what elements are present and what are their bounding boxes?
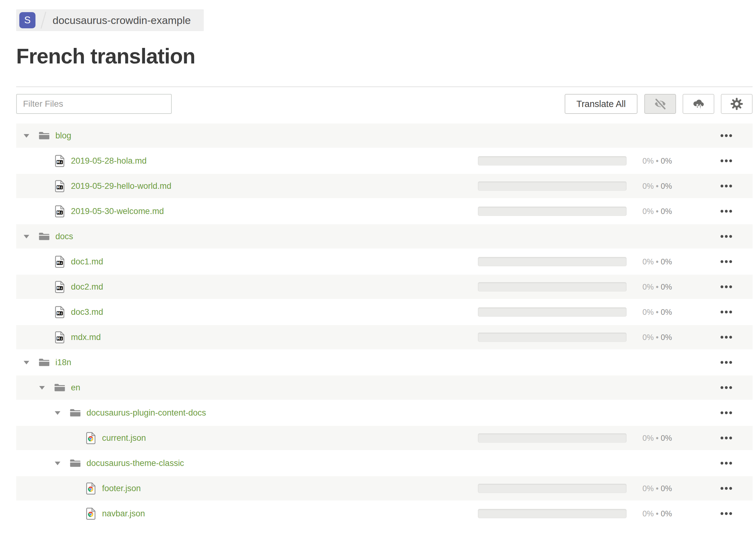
file-name-link[interactable]: 2019-05-29-hello-world.md: [71, 181, 171, 191]
row-menu-button[interactable]: [720, 208, 732, 214]
file-name-link[interactable]: 2019-05-28-hola.md: [71, 156, 147, 166]
folder-name-link[interactable]: docusaurus-theme-classic: [86, 459, 184, 468]
approved-percent: 0%: [661, 434, 672, 443]
file-name-link[interactable]: doc3.md: [71, 307, 103, 317]
file-row[interactable]: M↓ mdx.md 0% • 0%: [16, 325, 753, 349]
folder-icon: [70, 459, 81, 468]
file-row[interactable]: M↓ doc2.md 0% • 0%: [16, 275, 753, 299]
file-row[interactable]: footer.json 0% • 0%: [16, 476, 753, 500]
folder-collapse-toggle[interactable]: [23, 234, 38, 239]
percent-separator: •: [654, 257, 661, 266]
file-name-link[interactable]: doc2.md: [71, 282, 103, 292]
progress-percentages: 0% • 0%: [643, 325, 672, 349]
folder-collapse-toggle[interactable]: [39, 386, 54, 390]
approved-percent: 0%: [661, 257, 672, 266]
breadcrumb-project-name[interactable]: docusaurus-crowdin-example: [53, 14, 191, 27]
file-row[interactable]: navbar.json 0% • 0%: [16, 501, 753, 526]
folder-row[interactable]: en: [16, 375, 753, 400]
file-name-link[interactable]: doc1.md: [71, 257, 103, 267]
folder-name-link[interactable]: en: [71, 383, 80, 393]
file-row[interactable]: M↓ doc1.md 0% • 0%: [16, 249, 753, 274]
progress-percentages: 0% • 0%: [643, 199, 672, 223]
markdown-file-icon: M↓: [55, 331, 65, 343]
ellipsis-dot: [725, 286, 728, 288]
file-row[interactable]: current.json 0% • 0%: [16, 426, 753, 450]
row-menu-button[interactable]: [720, 460, 732, 467]
svg-text:M↓: M↓: [57, 210, 63, 214]
project-badge[interactable]: S: [19, 12, 36, 28]
file-row[interactable]: M↓ 2019-05-28-hola.md 0% • 0%: [16, 149, 753, 173]
settings-button[interactable]: [721, 94, 753, 114]
svg-text:M↓: M↓: [57, 311, 63, 315]
progress-percentages: 0% • 0%: [643, 249, 672, 274]
caret-down-icon: [39, 386, 45, 390]
row-menu-button[interactable]: [720, 284, 732, 290]
folder-collapse-toggle[interactable]: [23, 134, 38, 138]
folder-collapse-toggle[interactable]: [55, 411, 70, 415]
progress-bar: [478, 257, 627, 266]
progress-bar: [478, 206, 627, 216]
folder-collapse-toggle[interactable]: [23, 360, 38, 364]
hide-completed-button[interactable]: [644, 94, 676, 114]
ellipsis-dot: [720, 160, 723, 162]
breadcrumb: S docusaurus-crowdin-example: [16, 9, 204, 31]
filter-files-input[interactable]: [16, 94, 172, 114]
folder-name-link[interactable]: blog: [55, 131, 71, 141]
folder-row[interactable]: blog: [16, 123, 753, 148]
row-menu-button[interactable]: [720, 258, 732, 265]
file-name-link[interactable]: mdx.md: [71, 333, 101, 342]
translated-percent: 0%: [643, 484, 654, 493]
folder-collapse-toggle[interactable]: [55, 461, 70, 465]
row-menu-button[interactable]: [720, 410, 732, 416]
ellipsis-dot: [729, 210, 732, 213]
folder-name-link[interactable]: i18n: [55, 358, 71, 367]
ellipsis-dot: [725, 487, 728, 490]
approved-percent: 0%: [661, 308, 672, 317]
percent-separator: •: [654, 509, 661, 518]
progress-percentages: 0% • 0%: [643, 501, 672, 526]
file-name-link[interactable]: 2019-05-30-welcome.md: [71, 206, 164, 216]
folder-name-link[interactable]: docs: [55, 232, 73, 241]
file-row[interactable]: M↓ 2019-05-29-hello-world.md 0% • 0%: [16, 174, 753, 198]
file-name-link[interactable]: footer.json: [102, 484, 141, 493]
section-divider: [16, 86, 753, 87]
file-name-link[interactable]: current.json: [102, 433, 146, 443]
ellipsis-dot: [729, 361, 732, 364]
row-menu-button[interactable]: [720, 158, 732, 164]
file-name-link[interactable]: navbar.json: [102, 509, 145, 518]
markdown-file-icon: M↓: [55, 205, 65, 217]
folder-name-link[interactable]: docusaurus-plugin-content-docs: [86, 408, 206, 418]
svg-text:M↓: M↓: [57, 160, 63, 164]
folder-row[interactable]: docusaurus-theme-classic: [16, 451, 753, 475]
ellipsis-dot: [720, 235, 723, 238]
file-row[interactable]: M↓ doc3.md 0% • 0%: [16, 300, 753, 324]
breadcrumb-separator: [41, 12, 46, 29]
folder-icon: [54, 383, 66, 392]
row-menu-button[interactable]: [720, 359, 732, 366]
folder-row[interactable]: docusaurus-plugin-content-docs: [16, 401, 753, 425]
ellipsis-dot: [729, 487, 732, 490]
row-menu-button[interactable]: [720, 133, 732, 139]
json-file-icon: [86, 508, 95, 520]
approved-percent: 0%: [661, 157, 672, 166]
folder-row[interactable]: i18n: [16, 350, 753, 374]
row-menu-button[interactable]: [720, 510, 732, 517]
row-menu-button[interactable]: [720, 309, 732, 316]
translate-all-button[interactable]: Translate All: [565, 94, 638, 114]
row-menu-button[interactable]: [720, 334, 732, 340]
ellipsis-dot: [725, 311, 728, 314]
ellipsis-dot: [725, 134, 728, 137]
markdown-file-icon: M↓: [55, 256, 65, 268]
ellipsis-dot: [720, 336, 723, 339]
row-menu-button[interactable]: [720, 384, 732, 391]
ellipsis-dot: [720, 185, 723, 188]
row-menu-button[interactable]: [720, 485, 732, 492]
folder-row[interactable]: docs: [16, 224, 753, 248]
row-menu-button[interactable]: [720, 183, 732, 190]
row-menu-button[interactable]: [720, 233, 732, 240]
ellipsis-dot: [720, 512, 723, 515]
row-menu-button[interactable]: [720, 435, 732, 441]
file-row[interactable]: M↓ 2019-05-30-welcome.md 0% • 0%: [16, 199, 753, 223]
progress-bar: [478, 333, 627, 342]
download-upload-button[interactable]: [682, 94, 714, 114]
